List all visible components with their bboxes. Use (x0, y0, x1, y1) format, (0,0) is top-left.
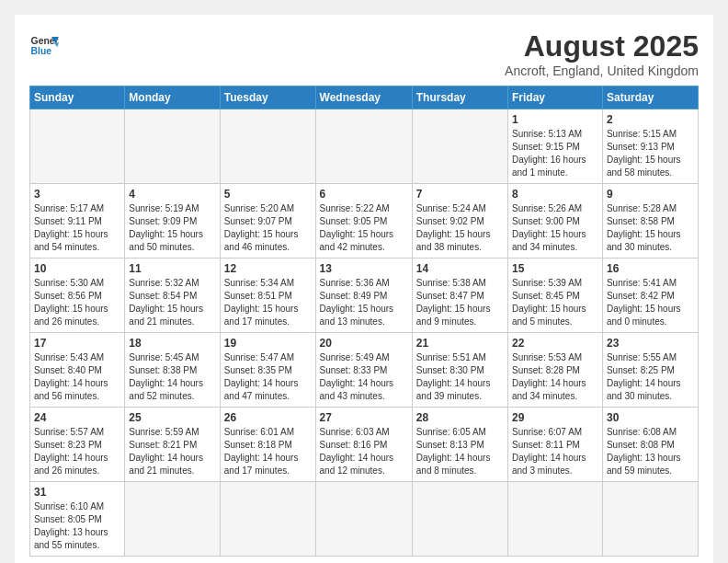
day-number: 11 (129, 262, 215, 275)
calendar-cell: 22Sunrise: 5:53 AMSunset: 8:28 PMDayligh… (508, 333, 603, 408)
calendar-cell: 14Sunrise: 5:38 AMSunset: 8:47 PMDayligh… (412, 259, 507, 333)
calendar-cell: 17Sunrise: 5:43 AMSunset: 8:40 PMDayligh… (30, 333, 125, 408)
day-info: Sunrise: 5:30 AMSunset: 8:56 PMDaylight:… (34, 277, 120, 328)
calendar-cell: 21Sunrise: 5:51 AMSunset: 8:30 PMDayligh… (412, 333, 507, 408)
day-info: Sunrise: 5:38 AMSunset: 8:47 PMDaylight:… (416, 277, 504, 328)
day-info: Sunrise: 5:53 AMSunset: 8:28 PMDaylight:… (512, 351, 598, 403)
calendar-page: General Blue August 2025 Ancroft, Englan… (15, 15, 713, 563)
calendar-cell: 10Sunrise: 5:30 AMSunset: 8:56 PMDayligh… (30, 259, 125, 333)
calendar-cell: 25Sunrise: 5:59 AMSunset: 8:21 PMDayligh… (125, 408, 220, 482)
calendar-cell: 28Sunrise: 6:05 AMSunset: 8:13 PMDayligh… (412, 408, 507, 482)
calendar-cell: 15Sunrise: 5:39 AMSunset: 8:45 PMDayligh… (508, 259, 603, 333)
day-number: 22 (512, 337, 598, 350)
calendar-cell: 24Sunrise: 5:57 AMSunset: 8:23 PMDayligh… (30, 408, 125, 482)
calendar-cell: 27Sunrise: 6:03 AMSunset: 8:16 PMDayligh… (315, 408, 412, 482)
calendar-cell (315, 109, 412, 184)
day-info: Sunrise: 5:39 AMSunset: 8:45 PMDaylight:… (512, 277, 598, 328)
month-title: August 2025 (505, 29, 699, 63)
calendar-cell: 20Sunrise: 5:49 AMSunset: 8:33 PMDayligh… (315, 333, 412, 408)
day-number: 13 (320, 262, 408, 275)
day-number: 27 (320, 411, 408, 424)
day-info: Sunrise: 5:15 AMSunset: 9:13 PMDaylight:… (607, 128, 694, 179)
day-number: 2 (607, 113, 694, 126)
calendar-cell: 2Sunrise: 5:15 AMSunset: 9:13 PMDaylight… (602, 109, 698, 184)
day-info: Sunrise: 5:43 AMSunset: 8:40 PMDaylight:… (34, 351, 120, 403)
svg-text:Blue: Blue (31, 46, 52, 56)
day-info: Sunrise: 5:45 AMSunset: 8:38 PMDaylight:… (129, 351, 215, 403)
day-number: 16 (607, 262, 694, 275)
day-info: Sunrise: 5:28 AMSunset: 8:58 PMDaylight:… (607, 202, 694, 254)
calendar-cell: 5Sunrise: 5:20 AMSunset: 9:07 PMDaylight… (220, 184, 315, 259)
title-block: August 2025 Ancroft, England, United Kin… (505, 29, 699, 78)
calendar-week-row: 24Sunrise: 5:57 AMSunset: 8:23 PMDayligh… (30, 408, 699, 482)
calendar-week-row: 1Sunrise: 5:13 AMSunset: 9:15 PMDaylight… (30, 109, 699, 184)
day-info: Sunrise: 5:34 AMSunset: 8:51 PMDaylight:… (224, 277, 312, 328)
calendar-week-row: 31Sunrise: 6:10 AMSunset: 8:05 PMDayligh… (30, 482, 699, 557)
calendar-cell: 9Sunrise: 5:28 AMSunset: 8:58 PMDaylight… (602, 184, 698, 259)
col-header-monday: Monday (125, 86, 220, 109)
calendar-cell: 8Sunrise: 5:26 AMSunset: 9:00 PMDaylight… (508, 184, 603, 259)
day-number: 24 (34, 411, 120, 424)
day-number: 6 (320, 188, 408, 201)
day-info: Sunrise: 5:41 AMSunset: 8:42 PMDaylight:… (607, 277, 694, 328)
calendar-cell: 18Sunrise: 5:45 AMSunset: 8:38 PMDayligh… (125, 333, 220, 408)
day-info: Sunrise: 6:07 AMSunset: 8:11 PMDaylight:… (512, 426, 598, 477)
day-info: Sunrise: 5:36 AMSunset: 8:49 PMDaylight:… (320, 277, 408, 328)
day-info: Sunrise: 5:32 AMSunset: 8:54 PMDaylight:… (129, 277, 215, 328)
col-header-thursday: Thursday (412, 86, 507, 109)
logo-icon: General Blue (29, 29, 59, 59)
day-number: 29 (512, 411, 598, 424)
day-info: Sunrise: 5:13 AMSunset: 9:15 PMDaylight:… (512, 128, 598, 179)
day-info: Sunrise: 5:26 AMSunset: 9:00 PMDaylight:… (512, 202, 598, 254)
calendar-week-row: 3Sunrise: 5:17 AMSunset: 9:11 PMDaylight… (30, 184, 699, 259)
day-info: Sunrise: 6:08 AMSunset: 8:08 PMDaylight:… (607, 426, 694, 477)
calendar-cell: 1Sunrise: 5:13 AMSunset: 9:15 PMDaylight… (508, 109, 603, 184)
calendar-header-row: SundayMondayTuesdayWednesdayThursdayFrid… (30, 86, 699, 109)
day-number: 26 (224, 411, 312, 424)
day-number: 25 (129, 411, 215, 424)
day-number: 17 (34, 337, 120, 350)
calendar-cell: 23Sunrise: 5:55 AMSunset: 8:25 PMDayligh… (602, 333, 698, 408)
day-number: 10 (34, 262, 120, 275)
day-number: 15 (512, 262, 598, 275)
day-number: 18 (129, 337, 215, 350)
day-info: Sunrise: 5:59 AMSunset: 8:21 PMDaylight:… (129, 426, 215, 477)
calendar-cell (220, 482, 315, 557)
calendar-cell: 3Sunrise: 5:17 AMSunset: 9:11 PMDaylight… (30, 184, 125, 259)
col-header-wednesday: Wednesday (315, 86, 412, 109)
day-number: 14 (416, 262, 504, 275)
day-info: Sunrise: 5:24 AMSunset: 9:02 PMDaylight:… (416, 202, 504, 254)
header: General Blue August 2025 Ancroft, Englan… (29, 29, 699, 78)
logo: General Blue (29, 29, 59, 59)
day-info: Sunrise: 5:19 AMSunset: 9:09 PMDaylight:… (129, 202, 215, 254)
day-number: 5 (224, 188, 312, 201)
day-info: Sunrise: 5:55 AMSunset: 8:25 PMDaylight:… (607, 351, 694, 403)
calendar-cell (412, 109, 507, 184)
day-info: Sunrise: 5:57 AMSunset: 8:23 PMDaylight:… (34, 426, 120, 477)
calendar-cell (412, 482, 507, 557)
calendar-cell: 16Sunrise: 5:41 AMSunset: 8:42 PMDayligh… (602, 259, 698, 333)
calendar-cell (508, 482, 603, 557)
calendar-cell: 31Sunrise: 6:10 AMSunset: 8:05 PMDayligh… (30, 482, 125, 557)
calendar-cell (220, 109, 315, 184)
day-number: 21 (416, 337, 504, 350)
calendar-cell: 29Sunrise: 6:07 AMSunset: 8:11 PMDayligh… (508, 408, 603, 482)
calendar-table: SundayMondayTuesdayWednesdayThursdayFrid… (29, 86, 699, 557)
calendar-cell: 11Sunrise: 5:32 AMSunset: 8:54 PMDayligh… (125, 259, 220, 333)
calendar-cell: 12Sunrise: 5:34 AMSunset: 8:51 PMDayligh… (220, 259, 315, 333)
day-number: 9 (607, 188, 694, 201)
day-number: 30 (607, 411, 694, 424)
day-number: 19 (224, 337, 312, 350)
calendar-cell: 4Sunrise: 5:19 AMSunset: 9:09 PMDaylight… (125, 184, 220, 259)
day-number: 3 (34, 188, 120, 201)
calendar-cell (30, 109, 125, 184)
day-info: Sunrise: 5:17 AMSunset: 9:11 PMDaylight:… (34, 202, 120, 254)
day-number: 1 (512, 113, 598, 126)
calendar-cell (125, 109, 220, 184)
day-number: 12 (224, 262, 312, 275)
calendar-cell (602, 482, 698, 557)
day-number: 31 (34, 486, 120, 499)
day-info: Sunrise: 6:10 AMSunset: 8:05 PMDaylight:… (34, 500, 120, 552)
day-info: Sunrise: 5:49 AMSunset: 8:33 PMDaylight:… (320, 351, 408, 403)
day-number: 7 (416, 188, 504, 201)
